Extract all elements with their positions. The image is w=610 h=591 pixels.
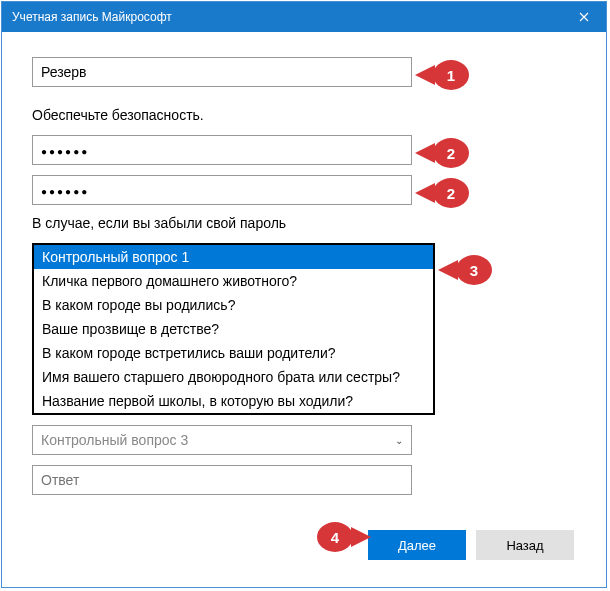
select-placeholder: Контрольный вопрос 3 xyxy=(41,432,188,448)
callout-tail xyxy=(351,527,371,547)
answer-input[interactable] xyxy=(32,465,412,495)
chevron-down-icon: ⌄ xyxy=(395,435,403,446)
callout-4: 4 xyxy=(317,522,371,552)
dialog-content: Обеспечьте безопасность. ●●●●●● ●●●●●● В… xyxy=(2,32,606,580)
callout-tail xyxy=(415,183,435,203)
dropdown-option[interactable]: В каком городе встретились ваши родители… xyxy=(34,341,433,365)
button-row: Далее Назад xyxy=(32,530,576,560)
forgot-password-label: В случае, если вы забыли свой пароль xyxy=(32,215,576,231)
password-confirm-mask: ●●●●●● xyxy=(41,186,89,197)
dialog-window: Учетная запись Майкрософт Обеспечьте без… xyxy=(1,1,607,588)
dropdown-option[interactable]: Имя вашего старшего двоюродного брата ил… xyxy=(34,365,433,389)
callout-bubble: 2 xyxy=(433,138,469,168)
callout-1: 1 xyxy=(415,60,469,90)
dropdown-option[interactable]: В каком городе вы родились? xyxy=(34,293,433,317)
dropdown-option-selected[interactable]: Контрольный вопрос 1 xyxy=(34,245,433,269)
dropdown-option[interactable]: Кличка первого домашнего животного? xyxy=(34,269,433,293)
window-title: Учетная запись Майкрософт xyxy=(12,10,561,24)
callout-tail xyxy=(415,143,435,163)
titlebar: Учетная запись Майкрософт xyxy=(2,2,606,32)
callout-bubble: 4 xyxy=(317,522,353,552)
next-button[interactable]: Далее xyxy=(368,530,466,560)
callout-bubble: 1 xyxy=(433,60,469,90)
password-input[interactable]: ●●●●●● xyxy=(32,135,412,165)
callout-tail xyxy=(438,260,458,280)
security-label: Обеспечьте безопасность. xyxy=(32,107,576,123)
dropdown-option[interactable]: Название первой школы, в которую вы ходи… xyxy=(34,389,433,413)
callout-3: 3 xyxy=(438,255,492,285)
callout-bubble: 3 xyxy=(456,255,492,285)
callout-tail xyxy=(415,65,435,85)
username-input[interactable] xyxy=(32,57,412,87)
close-icon xyxy=(579,12,589,22)
password-mask: ●●●●●● xyxy=(41,146,89,157)
back-button[interactable]: Назад xyxy=(476,530,574,560)
callout-bubble: 2 xyxy=(433,178,469,208)
close-button[interactable] xyxy=(561,2,606,32)
security-question-3-select[interactable]: Контрольный вопрос 3 ⌄ xyxy=(32,425,412,455)
password-confirm-input[interactable]: ●●●●●● xyxy=(32,175,412,205)
callout-2b: 2 xyxy=(415,178,469,208)
dropdown-option[interactable]: Ваше прозвище в детстве? xyxy=(34,317,433,341)
callout-2a: 2 xyxy=(415,138,469,168)
security-question-1-dropdown[interactable]: Контрольный вопрос 1 Кличка первого дома… xyxy=(32,243,435,415)
